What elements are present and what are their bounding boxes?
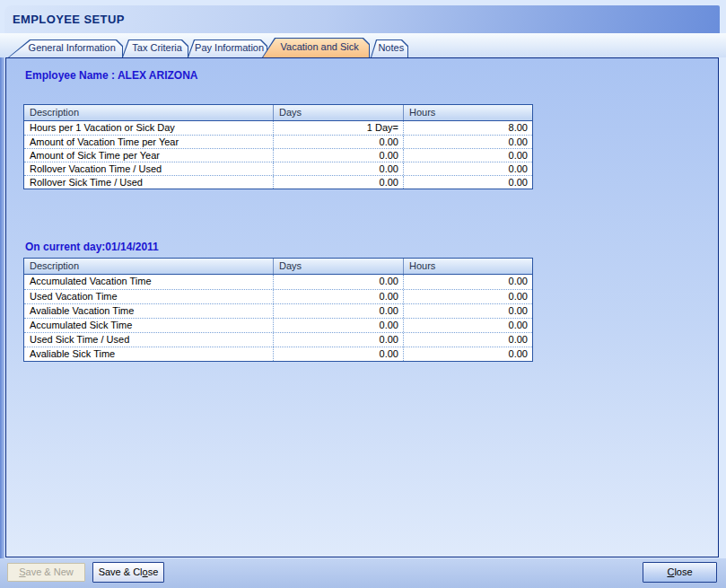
cell-description: Rollover Vacation Time / Used xyxy=(24,162,273,175)
cell-days[interactable]: 0.00 xyxy=(273,162,403,175)
header-cell-description: Description xyxy=(24,105,273,120)
cell-description: Rollover Sick Time / Used xyxy=(24,176,273,189)
cell-days[interactable]: 0.00 xyxy=(273,176,403,189)
titlebar: EMPLOYEE SETUP xyxy=(4,5,720,33)
table-row: Amount of Sick Time per Year 0.00 0.00 xyxy=(24,148,532,162)
tab-tax-criteria[interactable]: Tax Criteria xyxy=(122,39,188,57)
cell-hours: 0.00 xyxy=(403,290,532,303)
cell-days[interactable]: 0.00 xyxy=(273,136,403,148)
current-day-table: Description Days Hours Accumulated Vacat… xyxy=(23,258,533,362)
table-row: Accumulated Sick Time 0.00 0.00 xyxy=(24,318,532,332)
button-label: se xyxy=(148,566,159,577)
header-cell-hours: Hours xyxy=(403,105,532,120)
close-button[interactable]: Close xyxy=(643,562,717,583)
page-title: EMPLOYEE SETUP xyxy=(13,13,125,26)
tab-label: Pay Information xyxy=(188,39,267,57)
button-label: Save & Cl xyxy=(99,566,143,577)
header-cell-days: Days xyxy=(273,259,403,274)
table-header-row: Description Days Hours xyxy=(24,105,532,121)
table-row: Rollover Sick Time / Used 0.00 0.00 xyxy=(24,175,532,189)
table-row: Used Sick Time / Used 0.00 0.00 xyxy=(24,332,532,347)
cell-days: 0.00 xyxy=(273,304,403,318)
cell-hours[interactable]: 0.00 xyxy=(403,149,532,162)
cell-hours: 0.00 xyxy=(403,319,532,332)
button-bar: Save & New Save & Close Close xyxy=(0,558,726,588)
tab-label: General Information xyxy=(8,39,123,57)
table-row: Accumulated Vacation Time 0.00 0.00 xyxy=(24,275,532,289)
cell-hours: 0.00 xyxy=(403,275,532,289)
employee-name-label: Employee Name : ALEX ARIZONA xyxy=(25,69,197,82)
cell-days: 0.00 xyxy=(273,347,403,361)
cell-hours[interactable]: 0.00 xyxy=(403,136,532,148)
window-frame-left xyxy=(0,34,4,558)
tab-label: Notes xyxy=(371,39,408,57)
content-panel: Employee Name : ALEX ARIZONA Description… xyxy=(5,57,719,557)
vacation-setup-table: Description Days Hours Hours per 1 Vacat… xyxy=(23,104,533,189)
cell-description: Avaliable Sick Time xyxy=(24,347,273,361)
header-cell-days: Days xyxy=(273,105,403,120)
cell-hours[interactable]: 0.00 xyxy=(403,176,532,189)
cell-description: Used Vacation Time xyxy=(24,290,273,303)
table-header-row: Description Days Hours xyxy=(24,259,532,275)
table-row: Rollover Vacation Time / Used 0.00 0.00 xyxy=(24,162,532,175)
current-day-label: On current day:01/14/2011 xyxy=(25,241,159,253)
cell-description: Avaliable Vacation Time xyxy=(24,304,273,318)
button-label: ave & New xyxy=(26,566,74,577)
cell-description: Accumulated Vacation Time xyxy=(24,275,273,289)
header-cell-hours: Hours xyxy=(403,259,532,274)
cell-hours[interactable]: 8.00 xyxy=(403,121,532,135)
table-row: Used Vacation Time 0.00 0.00 xyxy=(24,289,532,303)
tab-label: Vacation and Sick xyxy=(262,38,370,57)
tab-general-information[interactable]: General Information xyxy=(8,39,123,57)
tab-notes[interactable]: Notes xyxy=(371,39,408,57)
cell-hours: 0.00 xyxy=(403,347,532,361)
cell-hours: 0.00 xyxy=(403,333,532,347)
cell-days: 0.00 xyxy=(273,275,403,289)
button-label: lose xyxy=(674,566,692,577)
tab-strip: General Information Tax Criteria Pay Inf… xyxy=(0,33,726,57)
cell-hours[interactable]: 0.00 xyxy=(403,162,532,175)
header-cell-description: Description xyxy=(24,259,273,274)
tab-pay-information[interactable]: Pay Information xyxy=(188,39,267,57)
table-row: Avaliable Vacation Time 0.00 0.00 xyxy=(24,303,532,318)
cell-description: Accumulated Sick Time xyxy=(24,319,273,332)
cell-description: Hours per 1 Vacation or Sick Day xyxy=(24,121,273,135)
tab-vacation-and-sick[interactable]: Vacation and Sick xyxy=(262,38,370,57)
tab-label: Tax Criteria xyxy=(122,39,188,57)
cell-days: 0.00 xyxy=(273,290,403,303)
cell-days: 0.00 xyxy=(273,333,403,347)
save-and-new-button: Save & New xyxy=(7,563,85,582)
cell-description: Amount of Vacation Time per Year xyxy=(24,136,273,148)
cell-description: Used Sick Time / Used xyxy=(24,333,273,347)
cell-days[interactable]: 0.00 xyxy=(273,149,403,162)
cell-hours: 0.00 xyxy=(403,304,532,318)
save-and-close-button[interactable]: Save & Close xyxy=(92,562,164,583)
table-row: Avaliable Sick Time 0.00 0.00 xyxy=(24,347,532,361)
cell-description: Amount of Sick Time per Year xyxy=(24,149,273,162)
cell-days: 0.00 xyxy=(273,319,403,332)
mnemonic-letter: S xyxy=(19,566,25,577)
table-row: Hours per 1 Vacation or Sick Day 1 Day= … xyxy=(24,121,532,135)
table-row: Amount of Vacation Time per Year 0.00 0.… xyxy=(24,135,532,148)
cell-days[interactable]: 1 Day= xyxy=(273,121,403,135)
